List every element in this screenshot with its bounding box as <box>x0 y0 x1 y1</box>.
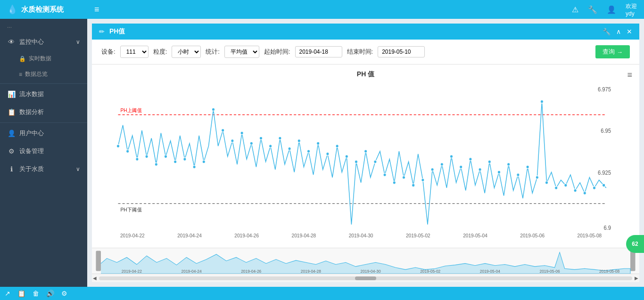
granularity-select[interactable]: 小时 <box>172 46 201 58</box>
hamburger-menu-icon[interactable]: ≡ <box>94 5 99 15</box>
sidebar-item-user[interactable]: 👤 用户中心 <box>0 124 87 142</box>
svg-point-18 <box>126 150 129 153</box>
analysis-label: 数据分析 <box>19 108 44 116</box>
svg-text:2019-04-26: 2019-04-26 <box>241 269 261 274</box>
panel-up-icon[interactable]: ∧ <box>616 28 621 35</box>
svg-point-20 <box>145 155 148 158</box>
sidebar-dots[interactable]: ... <box>0 19 87 33</box>
stat-select[interactable]: 平均值 <box>224 46 259 58</box>
delete-tool-icon[interactable]: 🗑 <box>33 290 39 297</box>
sidebar-item-flow[interactable]: 📊 流水数据 <box>0 85 87 103</box>
svg-text:6.925: 6.925 <box>598 170 611 176</box>
sidebar-item-overview[interactable]: ≡ 数据总览 <box>0 66 87 82</box>
expand-icon-monitor: ∨ <box>76 39 80 45</box>
green-badge[interactable]: 62 <box>626 235 644 253</box>
panel-close-icon[interactable]: ✕ <box>627 28 632 35</box>
settings-tool-icon[interactable]: ⚙ <box>61 290 67 297</box>
svg-point-42 <box>355 160 357 163</box>
expand-tool-icon[interactable]: ↗ <box>5 290 10 297</box>
mini-chart-svg: 2019-04-22 2019-04-24 2019-04-26 2019-04… <box>92 248 639 274</box>
start-date-input[interactable] <box>295 46 342 57</box>
svg-point-50 <box>431 168 434 171</box>
svg-point-69 <box>603 184 605 187</box>
query-button[interactable]: 查询 → <box>595 45 630 58</box>
user-info: 欢迎 ydy <box>626 2 637 17</box>
svg-point-28 <box>222 129 224 132</box>
panel-actions: 🔧 ∧ ✕ <box>603 28 632 35</box>
svg-text:2019-04-24: 2019-04-24 <box>177 233 202 239</box>
svg-text:2019-04-30: 2019-04-30 <box>349 233 373 239</box>
svg-point-49 <box>421 178 424 182</box>
lock-icon: 🔒 <box>19 56 26 62</box>
svg-point-45 <box>383 173 386 177</box>
device-select[interactable]: 111 <box>120 46 149 58</box>
about-label: 关于水质 <box>19 165 44 173</box>
svg-text:2019-04-28: 2019-04-28 <box>301 269 321 274</box>
svg-point-30 <box>240 131 243 135</box>
svg-point-65 <box>564 184 567 187</box>
sidebar-group-monitor: 👁 监控中心 ∨ 🔒 实时数据 ≡ 数据总览 <box>0 33 87 82</box>
svg-text:PH上阈值: PH上阈值 <box>121 107 142 114</box>
sidebar-item-monitor[interactable]: 👁 监控中心 ∨ <box>0 33 87 51</box>
svg-point-25 <box>193 165 196 169</box>
svg-rect-71 <box>630 251 636 271</box>
svg-point-66 <box>574 189 577 192</box>
svg-point-52 <box>450 155 453 158</box>
svg-point-33 <box>269 145 272 148</box>
flow-label: 流水数据 <box>19 90 44 98</box>
svg-text:2019-04-22: 2019-04-22 <box>120 233 145 239</box>
header-right: ⚠ 🔧 👤 欢迎 ydy <box>572 2 637 17</box>
svg-point-29 <box>231 139 234 143</box>
bottom-scrollbar[interactable]: ◀ ▶ <box>92 274 639 282</box>
sidebar-item-analysis[interactable]: 📋 数据分析 <box>0 103 87 121</box>
user-center-label: 用户中心 <box>19 129 44 138</box>
svg-text:2019-05-06: 2019-05-06 <box>539 269 560 274</box>
svg-text:2019-05-04: 2019-05-04 <box>463 233 487 239</box>
sidebar-item-device[interactable]: ⚙ 设备管理 <box>0 142 87 160</box>
svg-point-48 <box>412 184 415 187</box>
svg-point-23 <box>174 160 177 163</box>
panel-edit-icon[interactable]: ✏ <box>99 28 105 35</box>
content-area: ✏ PH值 🔧 ∧ ✕ 设备: 111 粒度: 小时 统计: <box>87 19 644 287</box>
analysis-icon: 📋 <box>7 108 16 116</box>
scroll-track[interactable] <box>99 276 632 280</box>
logo-area: 💧 水质检测系统 <box>7 4 94 15</box>
panel-wrench-icon[interactable]: 🔧 <box>603 28 611 35</box>
chart-title: PH 值 <box>92 65 639 81</box>
svg-text:PH下阈值: PH下阈值 <box>121 206 142 212</box>
svg-point-39 <box>326 152 329 155</box>
svg-text:2019-05-04: 2019-05-04 <box>480 269 500 274</box>
granularity-filter-label: 粒度: <box>153 48 167 56</box>
scroll-right-icon[interactable]: ▶ <box>635 276 638 281</box>
svg-point-24 <box>183 158 186 161</box>
bottom-toolbar: ↗ 📋 🗑 🔊 ⚙ <box>0 287 644 300</box>
sidebar-item-about[interactable]: ℹ 关于水质 ∨ <box>0 160 87 178</box>
svg-point-37 <box>307 150 310 153</box>
svg-text:6.95: 6.95 <box>601 128 611 134</box>
scroll-left-icon[interactable]: ◀ <box>93 276 97 281</box>
end-date-input[interactable] <box>378 46 425 57</box>
panel: ✏ PH值 🔧 ∧ ✕ 设备: 111 粒度: 小时 统计: <box>92 24 639 282</box>
svg-point-31 <box>250 142 253 145</box>
wrench-icon[interactable]: 🔧 <box>588 5 597 14</box>
svg-text:2019-05-06: 2019-05-06 <box>520 233 545 239</box>
scroll-thumb[interactable] <box>355 276 376 280</box>
user-icon[interactable]: 👤 <box>607 5 616 14</box>
expand-icon-about: ∨ <box>76 166 80 172</box>
sidebar-item-realtime[interactable]: 🔒 实时数据 <box>0 51 87 66</box>
end-label: 结束时间: <box>347 48 373 56</box>
sound-tool-icon[interactable]: 🔊 <box>46 290 54 297</box>
divider-1 <box>0 83 87 84</box>
svg-text:2019-04-28: 2019-04-28 <box>292 233 316 239</box>
query-arrow-icon: → <box>617 49 623 56</box>
chart-menu-icon[interactable]: ≡ <box>627 70 632 80</box>
svg-point-58 <box>507 163 510 166</box>
svg-point-44 <box>374 160 377 163</box>
device-icon: ⚙ <box>7 147 16 155</box>
alert-icon[interactable]: ⚠ <box>572 5 578 14</box>
query-btn-label: 查询 <box>603 48 615 56</box>
filter-bar: 设备: 111 粒度: 小时 统计: 平均值 起始时间: 结束时间: 查询 <box>92 40 639 65</box>
svg-point-41 <box>345 155 348 158</box>
copy-tool-icon[interactable]: 📋 <box>17 290 25 297</box>
svg-point-43 <box>364 150 367 153</box>
